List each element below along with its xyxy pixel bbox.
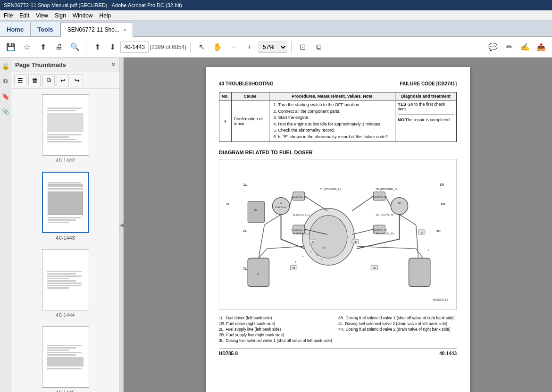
- svg-text:7R: 7R: [323, 246, 326, 249]
- legend-3r: 3R. Dosing fuel solenoid valve 1 (shut o…: [338, 316, 457, 320]
- title-text: SEN06772-11 Shop Manual.pdf (SECURED) - …: [4, 2, 182, 8]
- next-page-button[interactable]: ⬇: [105, 40, 119, 54]
- thumbnail-label-40-1444: 40-1444: [56, 312, 75, 318]
- svg-text:1R: 1R: [398, 202, 401, 205]
- col-diagnosis: Diagnosis and treatment: [395, 92, 457, 100]
- svg-text:a: a: [310, 250, 312, 253]
- legend-empty2: [338, 338, 457, 343]
- legend-empty: [338, 333, 457, 337]
- svg-text:7L: 7L: [257, 272, 260, 275]
- upload-button[interactable]: ⬆: [36, 40, 50, 54]
- svg-text:4L (DSOV2_L): 4L (DSOV2_L): [293, 232, 310, 235]
- svg-text:JB: JB: [293, 267, 296, 269]
- thumbnail-40-1442[interactable]: 40-1442: [11, 92, 119, 165]
- svg-text:4R (DSOV2_R): 4R (DSOV2_R): [376, 232, 393, 235]
- col-no: No.: [219, 92, 232, 100]
- layers-icon[interactable]: ⧉: [1, 76, 10, 86]
- legend-2l: 2L. Fuel supply line (left bank side): [219, 327, 337, 332]
- svg-text:2L: 2L: [243, 229, 247, 233]
- thumbnail-label-40-1445: 40-1445: [56, 390, 75, 392]
- search-button[interactable]: 🔍: [68, 40, 82, 54]
- prev-page-button[interactable]: ⬆: [90, 40, 104, 54]
- highlight-button[interactable]: ✏: [502, 40, 516, 54]
- cell-no: 4: [219, 100, 232, 142]
- share-button[interactable]: 📤: [534, 40, 548, 54]
- diagnosis-table: No. Cause Procedures, Measurement, Value…: [219, 92, 457, 142]
- menu-bar: File Edit View Sign Window Help: [0, 10, 552, 21]
- thumb-delete-button[interactable]: 🗑: [28, 74, 41, 86]
- bookmark-button[interactable]: ☆: [20, 40, 34, 54]
- toolbar-separator-3: [291, 42, 292, 53]
- page-navigation: ⬆ ⬇ (2399 of 6854): [90, 40, 186, 54]
- col-procedures: Procedures, Measurement, Values, Note: [269, 92, 395, 100]
- comment-button[interactable]: 💬: [486, 40, 500, 54]
- page-header-left: 40 TROUBLESHOOTING: [219, 81, 274, 86]
- svg-text:4R(DSOV2_R): 4R(DSOV2_R): [371, 228, 387, 231]
- toolbar: 💾 ☆ ⬆ 🖨 🔍 ⬆ ⬇ (2399 of 6854) ↖ ✋ − + 57%…: [0, 37, 552, 58]
- svg-text:1L: 1L: [279, 202, 282, 205]
- lock-icon[interactable]: 🔒: [1, 61, 10, 71]
- tab-close-button[interactable]: ×: [123, 27, 126, 33]
- svg-text:d: d: [428, 249, 429, 251]
- cursor-tool-button[interactable]: ↖: [194, 40, 209, 54]
- thumb-copy-button[interactable]: ⧉: [42, 74, 55, 86]
- menu-edit[interactable]: Edit: [19, 12, 29, 19]
- pdf-content-area[interactable]: 40 TROUBLESHOOTING FAILURE CODE [CB2741]…: [124, 58, 552, 392]
- legend-2r: 2R. Fuel supply line (right bank side): [219, 333, 337, 337]
- tab-document[interactable]: SEN06772-11 Sho... ×: [60, 23, 134, 37]
- zoom-out-button[interactable]: −: [226, 40, 241, 54]
- menu-sign[interactable]: Sign: [55, 12, 66, 19]
- sign-button[interactable]: ✍: [518, 40, 532, 54]
- menu-help[interactable]: Help: [100, 12, 111, 19]
- thumb-menu-button[interactable]: ☰: [14, 74, 26, 86]
- page-footer-left: HD785-8: [219, 351, 238, 356]
- thumbnails-title: Page Thumbnails: [15, 61, 66, 68]
- bookmark-panel-icon[interactable]: 🔖: [1, 92, 10, 101]
- tab-tools[interactable]: Tools: [31, 22, 60, 36]
- panel-resize-handle[interactable]: ◀: [120, 58, 124, 392]
- cell-cause: Confirmation of repair: [231, 100, 269, 142]
- menu-window[interactable]: Window: [73, 12, 93, 19]
- thumbnail-40-1444[interactable]: 40-1444: [11, 247, 119, 320]
- legend-1r: 1R. Fuel doser (right bank side): [219, 321, 337, 326]
- thumbnail-label-40-1442: 40-1442: [56, 158, 75, 163]
- fuel-diagram-container: 7L 6L 1L Fuel doser 1R 3L(DSOV1_L): [219, 159, 457, 310]
- thumb-redo-button[interactable]: ↪: [71, 74, 83, 86]
- thumbnails-close-button[interactable]: ×: [111, 60, 116, 69]
- thumbnails-toolbar: ☰ 🗑 ⧉ ↩ ↪: [11, 72, 119, 89]
- print-button[interactable]: 🖨: [52, 40, 66, 54]
- hand-tool-button[interactable]: ✋: [210, 40, 225, 54]
- page-header-right: FAILURE CODE [CB2741]: [400, 81, 457, 86]
- svg-text:3R (DSOV1_R): 3R (DSOV1_R): [376, 213, 393, 216]
- zoom-select[interactable]: 57% 75% 100% 125% 150%: [259, 42, 287, 53]
- svg-text:e: e: [302, 255, 304, 258]
- diagram-legend: 1L. Fuel doser (left bank side) 3R. Dosi…: [219, 316, 457, 343]
- attachment-icon[interactable]: 📎: [1, 107, 10, 116]
- svg-text:1R: 1R: [440, 183, 444, 186]
- menu-view[interactable]: View: [36, 12, 48, 19]
- thumbnail-40-1443[interactable]: 40-1443: [11, 170, 119, 242]
- thumbnail-label-40-1443: 40-1443: [56, 235, 75, 241]
- svg-text:M0022011: M0022011: [433, 298, 448, 301]
- thumb-undo-button[interactable]: ↩: [57, 74, 69, 86]
- svg-text:JB: JB: [311, 241, 315, 243]
- main-area: 🔒 ⧉ 🔖 📎 Page Thumbnails × ☰ 🗑 ⧉ ↩ ↪: [0, 58, 552, 392]
- page-number-input[interactable]: [120, 42, 149, 53]
- page-total-label: (2399 of 6854): [150, 44, 186, 50]
- svg-text:Fuel doser: Fuel doser: [276, 206, 287, 209]
- fit2-button[interactable]: ⧉: [311, 40, 326, 54]
- svg-text:7L: 7L: [243, 267, 247, 270]
- fit-page-button[interactable]: ⊡: [295, 40, 309, 54]
- zoom-in-button[interactable]: +: [243, 40, 257, 54]
- legend-3l: 3L. Dosing fuel solenoid valve 1 (shut o…: [219, 338, 337, 343]
- svg-point-2: [309, 216, 347, 258]
- save-button[interactable]: 💾: [4, 40, 18, 54]
- diagram-title: DIAGRAM RELATED TO FUEL DOSER: [219, 150, 457, 155]
- tab-home[interactable]: Home: [0, 22, 31, 36]
- resize-arrow-icon: ◀: [119, 222, 124, 228]
- menu-file[interactable]: File: [4, 12, 13, 19]
- toolbar-separator-1: [86, 42, 86, 53]
- title-bar: SEN06772-11 Shop Manual.pdf (SECURED) - …: [0, 0, 552, 10]
- thumbnail-40-1445[interactable]: 40-1445: [11, 325, 119, 392]
- tab-bar: Home Tools SEN06772-11 Sho... ×: [0, 21, 552, 37]
